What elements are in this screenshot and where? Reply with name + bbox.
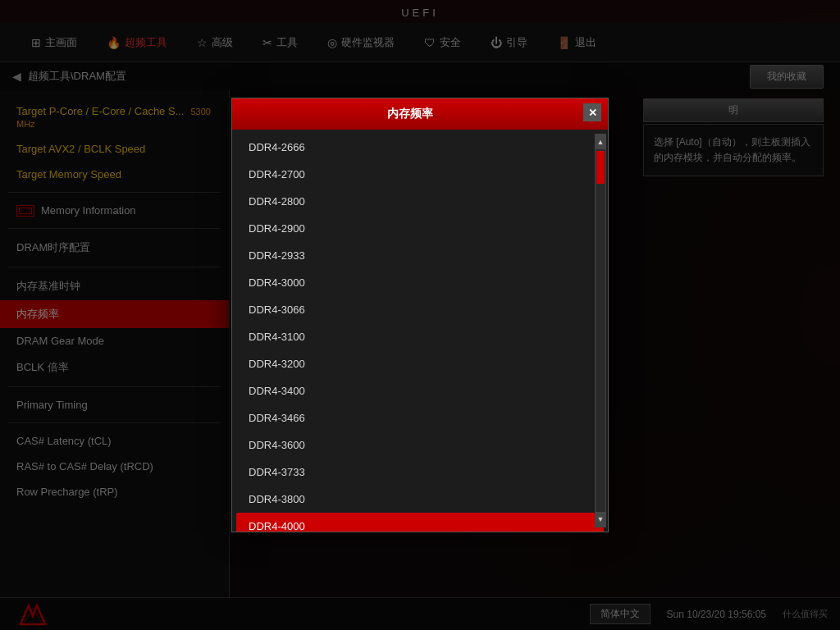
modal-list-item[interactable]: DDR4-3733 bbox=[236, 459, 604, 486]
modal-close-button[interactable]: ✕ bbox=[583, 103, 601, 121]
modal-list-item[interactable]: DDR4-3400 bbox=[236, 377, 604, 404]
modal-list-item[interactable]: DDR4-3000 bbox=[236, 269, 604, 296]
modal-list-item[interactable]: DDR4-2800 bbox=[236, 188, 604, 215]
scroll-thumb[interactable] bbox=[596, 151, 605, 184]
modal-list-item[interactable]: DDR4-3600 bbox=[236, 431, 604, 459]
modal-list-item[interactable]: DDR4-3466 bbox=[236, 404, 604, 431]
modal-list-item[interactable]: DDR4-2666 bbox=[236, 134, 604, 161]
modal-header: 内存频率 ✕ bbox=[232, 98, 608, 130]
modal-list-item[interactable]: DDR4-3200 bbox=[236, 350, 604, 377]
modal-list-item[interactable]: DDR4-2700 bbox=[236, 161, 604, 188]
modal-list-item[interactable]: DDR4-2933 bbox=[236, 242, 604, 269]
modal-list-item[interactable]: DDR4-3100 bbox=[236, 323, 604, 350]
modal-scrollbar[interactable]: ▲ ▼ bbox=[595, 134, 606, 527]
modal-list-inner: DDR4-2666DDR4-2700DDR4-2800DDR4-2900DDR4… bbox=[232, 134, 608, 532]
modal-list-item[interactable]: DDR4-3800 bbox=[236, 486, 604, 513]
scroll-up-button[interactable]: ▲ bbox=[596, 135, 605, 149]
scroll-down-button[interactable]: ▼ bbox=[596, 512, 605, 527]
modal-list[interactable]: DDR4-2666DDR4-2700DDR4-2800DDR4-2900DDR4… bbox=[232, 130, 608, 532]
modal-list-item[interactable]: DDR4-3066 bbox=[236, 296, 604, 323]
modal-list-item[interactable]: DDR4-2900 bbox=[236, 215, 604, 242]
memory-frequency-modal: 内存频率 ✕ DDR4-2666DDR4-2700DDR4-2800DDR4-2… bbox=[231, 98, 609, 532]
modal-list-item[interactable]: DDR4-4000 bbox=[236, 513, 604, 532]
modal-title: 内存频率 bbox=[387, 107, 433, 121]
modal-overlay: 内存频率 ✕ DDR4-2666DDR4-2700DDR4-2800DDR4-2… bbox=[0, 0, 840, 630]
